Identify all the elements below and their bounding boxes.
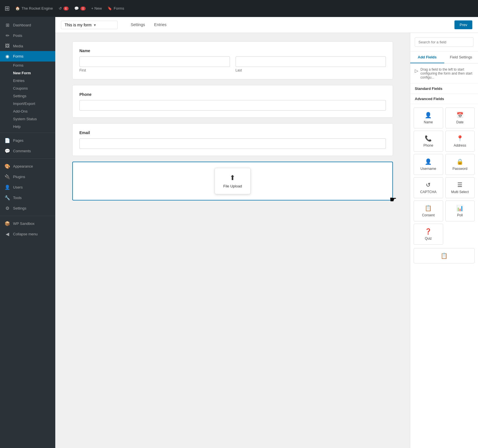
submenu-system-status[interactable]: System Status — [0, 115, 55, 123]
name-last-col: Last — [236, 56, 386, 72]
submenu-entries[interactable]: Entries — [0, 77, 55, 84]
sidebar-separator-2 — [0, 159, 55, 159]
sidebar-media-label: Media — [13, 44, 23, 48]
phone-field-label: Phone — [79, 92, 386, 97]
form-title-dropdown[interactable]: This is my form ▾ — [61, 21, 118, 29]
field-card-address[interactable]: 📍 Address — [445, 131, 475, 152]
forms-bar-item[interactable]: 🔖 Forms — [107, 6, 124, 10]
updates-item[interactable]: ↺ 6 — [59, 6, 69, 10]
email-input[interactable] — [79, 138, 386, 149]
sidebar-pages-label: Pages — [13, 138, 24, 143]
tab-entries[interactable]: Entries — [150, 17, 171, 33]
sidebar-item-tools[interactable]: 🔧 Tools — [0, 193, 55, 203]
name-last-input[interactable] — [236, 56, 386, 67]
field-card-multi-select[interactable]: ☰ Multi Select — [445, 177, 475, 198]
pages-icon: 📄 — [5, 138, 10, 143]
sidebar-item-forms[interactable]: ◉ Forms — [0, 51, 55, 62]
name-last-sublabel: Last — [236, 68, 386, 72]
field-name-label: Name — [424, 120, 433, 124]
field-card-username[interactable]: 👤 Username — [414, 154, 443, 175]
advanced-fields-title: Advanced Fields — [410, 94, 478, 104]
sidebar-users-label: Users — [13, 185, 23, 189]
posts-icon: ✏ — [5, 33, 10, 38]
comments-sidebar-icon: 💬 — [5, 148, 10, 154]
field-search-input[interactable] — [415, 37, 473, 47]
field-card-password[interactable]: 🔒 Password — [445, 154, 475, 175]
submenu-form-settings[interactable]: Settings — [0, 92, 55, 100]
sidebar-collapse-menu[interactable]: ◀ Collapse menu — [0, 229, 55, 239]
sidebar-separator-3 — [0, 216, 55, 216]
wp-logo-icon[interactable]: ⊞ — [5, 5, 10, 12]
field-card-name[interactable]: 👤 Name — [414, 107, 443, 128]
field-card-captcha[interactable]: ↺ CAPTCHA — [414, 177, 443, 198]
field-phone-label: Phone — [423, 143, 433, 147]
field-address-icon: 📍 — [456, 135, 464, 142]
file-upload-drop-zone: ⬆ File Upload ☛ — [72, 162, 393, 200]
collapse-icon: ◀ — [5, 231, 10, 237]
field-password-label: Password — [452, 167, 468, 171]
new-item[interactable]: + New — [91, 6, 102, 10]
form-title-text: This is my form — [65, 23, 92, 27]
preview-button[interactable]: Prev — [454, 20, 472, 29]
field-card-poll[interactable]: 📊 Poll — [445, 200, 475, 221]
field-quiz-label: Quiz — [425, 236, 432, 240]
right-panel-hint: ▷ Drag a field to the left to start conf… — [410, 64, 478, 84]
submenu-addons[interactable]: Add-Ons — [0, 107, 55, 115]
submenu-import-export[interactable]: Import/Export — [0, 100, 55, 107]
sidebar-item-users[interactable]: 👤 Users — [0, 182, 55, 193]
comments-item[interactable]: 💬 0 — [74, 6, 86, 10]
name-first-input[interactable] — [79, 56, 230, 67]
submenu-new-form[interactable]: New Form — [0, 69, 55, 77]
field-multiselect-icon: ☰ — [457, 181, 462, 188]
form-header-tabs: Settings Entries — [126, 17, 171, 33]
form-canvas-wrapper: Name First Last Phone — [55, 33, 478, 448]
bottom-field-icon: 📋 — [441, 252, 448, 259]
email-field-label: Email — [79, 130, 386, 135]
field-card-phone[interactable]: 📞 Phone — [414, 131, 443, 152]
form-header: This is my form ▾ Settings Entries Prev — [55, 17, 478, 33]
field-name-icon: 👤 — [425, 112, 432, 119]
field-card-consent[interactable]: 📋 Consent — [414, 200, 443, 221]
sidebar-item-posts[interactable]: ✏ Posts — [0, 30, 55, 41]
name-field-label: Name — [79, 48, 386, 53]
sidebar-item-settings[interactable]: ⚙ Settings — [0, 203, 55, 214]
sidebar-item-appearance[interactable]: 🎨 Appearance — [0, 161, 55, 172]
appearance-icon: 🎨 — [5, 164, 10, 169]
sidebar-item-pages[interactable]: 📄 Pages — [0, 135, 55, 146]
site-name-item[interactable]: 🏠 The Rocket Engine — [15, 6, 53, 10]
tab-settings[interactable]: Settings — [126, 17, 150, 33]
sidebar-item-dashboard[interactable]: ⊞ Dashboard — [0, 20, 55, 30]
field-card-date[interactable]: 📅 Date — [445, 107, 475, 128]
sidebar-item-media[interactable]: 🖼 Media — [0, 41, 55, 51]
admin-bar: ⊞ 🏠 The Rocket Engine ↺ 6 💬 0 + New 🔖 Fo… — [0, 0, 478, 17]
updates-icon: ↺ — [59, 6, 62, 10]
new-label: + New — [91, 6, 102, 10]
field-username-label: Username — [420, 167, 436, 171]
name-field-row: First Last — [79, 56, 386, 72]
tools-icon: 🔧 — [5, 195, 10, 200]
submenu-coupons[interactable]: Coupons — [0, 84, 55, 92]
tab-add-fields[interactable]: Add Fields — [410, 52, 444, 63]
submenu-forms-all[interactable]: Forms — [0, 62, 55, 69]
form-canvas: Name First Last Phone — [55, 33, 410, 448]
sidebar-item-wpsandbox[interactable]: 📦 WP Sandbox — [0, 218, 55, 229]
email-field-block: Email — [72, 123, 393, 156]
tab-field-settings[interactable]: Field Settings — [444, 52, 478, 63]
submenu-import-export-label: Import/Export — [13, 102, 35, 106]
right-panel-tabs: Add Fields Field Settings — [410, 52, 478, 64]
wpsandbox-icon: 📦 — [5, 221, 10, 226]
sidebar: ⊞ Dashboard ✏ Posts 🖼 Media ◉ Forms Form… — [0, 17, 55, 448]
sidebar-item-comments[interactable]: 💬 Comments — [0, 146, 55, 156]
sidebar-item-plugins[interactable]: 🔌 Plugins — [0, 172, 55, 182]
field-captcha-icon: ↺ — [426, 181, 431, 188]
forms-submenu: Forms New Form Entries Coupons Settings … — [0, 62, 55, 130]
field-username-icon: 👤 — [425, 158, 432, 165]
phone-input[interactable] — [79, 100, 386, 111]
field-card-quiz[interactable]: ❓ Quiz — [414, 224, 443, 245]
cursor-hint-icon: ▷ — [415, 68, 418, 73]
submenu-help[interactable]: Help — [0, 123, 55, 130]
bottom-field-card[interactable]: 📋 — [414, 248, 475, 263]
file-upload-card[interactable]: ⬆ File Upload — [215, 168, 251, 194]
main-content: This is my form ▾ Settings Entries Prev — [55, 17, 478, 448]
tab-add-fields-label: Add Fields — [418, 55, 437, 59]
